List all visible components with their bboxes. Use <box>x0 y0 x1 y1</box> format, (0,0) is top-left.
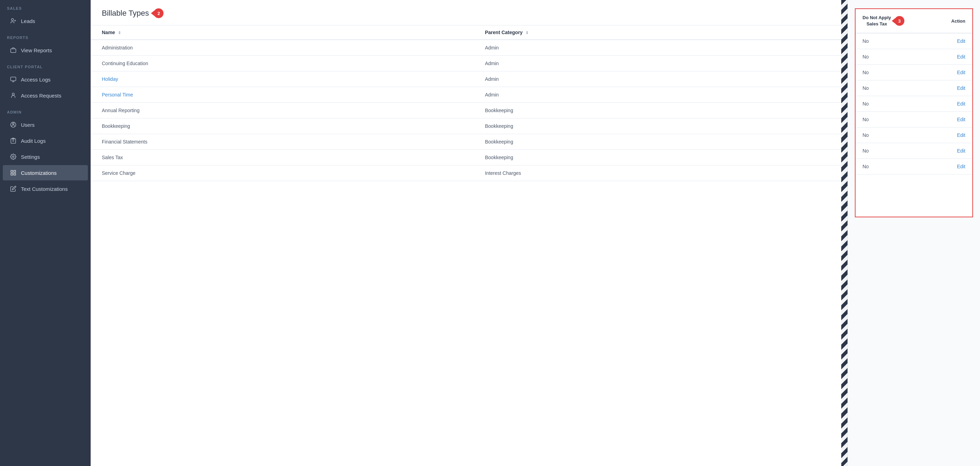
sidebar-section-reports: REPORTS View Reports <box>0 29 91 59</box>
table-row: Financial StatementsBookkeeping <box>91 134 841 150</box>
edit-button[interactable]: Edit <box>957 85 966 91</box>
sidebar-item-access-logs[interactable]: Access Logs <box>3 72 88 87</box>
edit-button[interactable]: Edit <box>957 70 966 75</box>
badge-2-tail <box>151 10 154 16</box>
sidebar-section-label-reports: REPORTS <box>0 29 91 42</box>
svg-rect-18 <box>14 173 16 175</box>
table-row: Personal TimeAdmin <box>91 87 841 103</box>
edit-button[interactable]: Edit <box>957 164 966 169</box>
tax-value: No <box>862 148 869 154</box>
right-panel-row: NoEdit <box>856 96 972 112</box>
table-body: AdministrationAdminContinuing EducationA… <box>91 40 841 181</box>
panel-header: Billable Types 2 <box>91 8 841 25</box>
tax-value: No <box>862 70 869 75</box>
right-panel-row: NoEdit <box>856 49 972 65</box>
badge-3: 3 <box>894 16 904 26</box>
pencil-icon <box>10 185 17 192</box>
svg-rect-4 <box>11 77 16 81</box>
sidebar-item-label-view-reports: View Reports <box>21 48 52 53</box>
cell-parent: Bookkeeping <box>474 119 841 134</box>
right-panel-row: NoEdit <box>856 33 972 49</box>
col-parent-category: Parent Category ⇕ <box>474 25 841 40</box>
edit-button[interactable]: Edit <box>957 132 966 138</box>
zigzag-divider <box>841 0 848 466</box>
sidebar-section-sales: SALES Leads <box>0 0 91 29</box>
cell-parent: Admin <box>474 87 841 103</box>
tax-value: No <box>862 38 869 44</box>
cell-name: Bookkeeping <box>91 119 474 134</box>
svg-point-7 <box>12 93 14 95</box>
sidebar-section-admin: ADMIN Users Audit Logs Settings Customiz… <box>0 104 91 197</box>
sidebar-item-users[interactable]: Users <box>3 117 88 132</box>
svg-rect-3 <box>11 49 16 52</box>
billable-types-table: Name ⇕ Parent Category ⇕ AdministrationA… <box>91 25 841 181</box>
cell-parent: Bookkeeping <box>474 150 841 165</box>
svg-point-14 <box>13 156 14 158</box>
badge-2: 2 <box>154 8 164 18</box>
sidebar-section-client-portal: CLIENT PORTAL Access Logs Access Request… <box>0 59 91 104</box>
sidebar-item-settings[interactable]: Settings <box>3 149 88 164</box>
sidebar-item-label-access-requests: Access Requests <box>21 93 61 98</box>
sidebar-item-label-audit-logs: Audit Logs <box>21 138 46 144</box>
right-panel-row: NoEdit <box>856 159 972 174</box>
svg-rect-16 <box>14 170 16 172</box>
monitor-icon <box>10 76 17 83</box>
sidebar-section-label-sales: SALES <box>0 0 91 13</box>
table-row: AdministrationAdmin <box>91 40 841 56</box>
sidebar-item-audit-logs[interactable]: Audit Logs <box>3 133 88 148</box>
person-add-icon <box>10 17 17 24</box>
col-name: Name ⇕ <box>91 25 474 40</box>
person-icon <box>10 92 17 99</box>
cell-name: Financial Statements <box>91 134 474 150</box>
cell-name[interactable]: Personal Time <box>91 87 474 103</box>
person-circle-icon <box>10 121 17 128</box>
cell-parent: Interest Charges <box>474 165 841 181</box>
right-panel-row: NoEdit <box>856 65 972 81</box>
badge-3-tail <box>892 18 895 24</box>
table-row: BookkeepingBookkeeping <box>91 119 841 134</box>
cell-parent: Admin <box>474 40 841 56</box>
table-row: HolidayAdmin <box>91 71 841 87</box>
cell-name[interactable]: Holiday <box>91 71 474 87</box>
sort-icon-parent: ⇕ <box>525 31 528 35</box>
sidebar-item-access-requests[interactable]: Access Requests <box>3 88 88 103</box>
sidebar-item-label-settings: Settings <box>21 154 40 160</box>
svg-rect-15 <box>11 170 13 172</box>
svg-point-9 <box>13 123 14 125</box>
tax-value: No <box>862 132 869 138</box>
tax-value: No <box>862 54 869 60</box>
sidebar-item-label-customizations: Customizations <box>21 170 57 176</box>
edit-button[interactable]: Edit <box>957 117 966 122</box>
svg-rect-17 <box>11 173 13 175</box>
right-panel-rows: NoEditNoEditNoEditNoEditNoEditNoEditNoEd… <box>856 33 972 174</box>
edit-button[interactable]: Edit <box>957 101 966 106</box>
cell-name: Continuing Education <box>91 56 474 71</box>
sidebar-item-view-reports[interactable]: View Reports <box>3 43 88 58</box>
sidebar-item-label-access-logs: Access Logs <box>21 77 51 82</box>
cell-parent: Admin <box>474 56 841 71</box>
sidebar-section-label-admin: ADMIN <box>0 104 91 116</box>
cell-parent: Bookkeeping <box>474 103 841 119</box>
cell-name: Service Charge <box>91 165 474 181</box>
sidebar-item-label-leads: Leads <box>21 18 35 24</box>
sidebar-item-label-users: Users <box>21 122 35 128</box>
right-panel-row: NoEdit <box>856 112 972 127</box>
svg-point-0 <box>11 19 14 21</box>
sidebar: SALES Leads REPORTS View Reports CLIENT … <box>0 0 91 466</box>
sort-icon-name: ⇕ <box>118 31 121 35</box>
clipboard-icon <box>10 137 17 144</box>
right-panel-row: NoEdit <box>856 143 972 159</box>
grid-icon <box>10 169 17 176</box>
cell-parent: Admin <box>474 71 841 87</box>
table-row: Annual ReportingBookkeeping <box>91 103 841 119</box>
cell-name: Administration <box>91 40 474 56</box>
edit-button[interactable]: Edit <box>957 148 966 154</box>
table-row: Service ChargeInterest Charges <box>91 165 841 181</box>
edit-button[interactable]: Edit <box>957 54 966 60</box>
sidebar-item-text-customizations[interactable]: Text Customizations <box>3 181 88 197</box>
sidebar-item-leads[interactable]: Leads <box>3 13 88 29</box>
edit-button[interactable]: Edit <box>957 38 966 44</box>
right-col-action-header: Action <box>951 19 966 24</box>
cell-name: Sales Tax <box>91 150 474 165</box>
sidebar-item-customizations[interactable]: Customizations <box>3 165 88 181</box>
